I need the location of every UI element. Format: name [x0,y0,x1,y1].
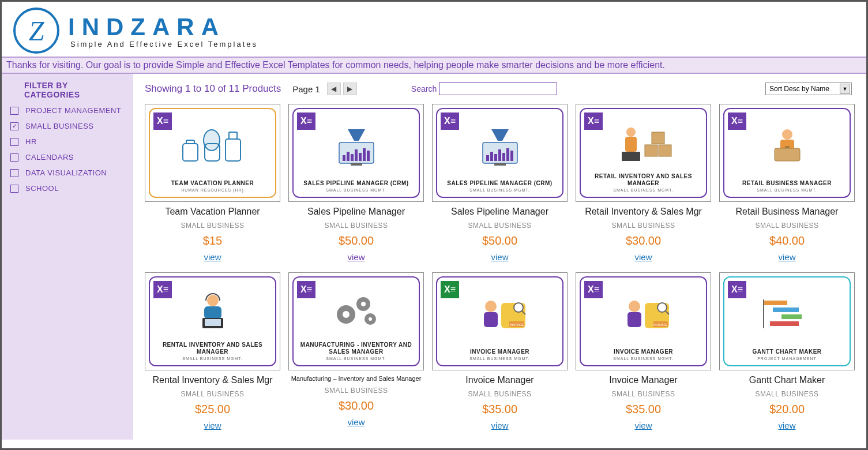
product-thumbnail[interactable]: X≡MANUFACTURING - INVENTORY AND SALES MA… [288,272,424,370]
view-link[interactable]: view [634,252,652,262]
thumbnail-art [442,112,558,180]
filter-item[interactable]: ✓SMALL BUSINESS [10,122,125,130]
filter-item[interactable]: HR [10,137,125,146]
svg-rect-19 [486,155,489,161]
product-category: SMALL BUSINESS [756,390,819,398]
view-link[interactable]: view [347,417,365,427]
page-label: Page 1 [292,84,320,94]
product-title: Invoice Manager [465,375,533,385]
svg-rect-63 [781,314,802,319]
svg-rect-31 [659,145,671,156]
thumbnail-art [585,112,701,173]
checkbox-icon [10,169,18,177]
thumbnail-art [729,112,845,180]
filter-label: HR [25,137,37,146]
product-title: Sales Pipeline Manager [307,207,405,217]
thumbnail-art [155,281,270,342]
svg-rect-1 [186,140,194,144]
logo-icon: Z [13,7,59,54]
checkbox-icon [10,107,18,115]
thumbnail-subtitle: SMALL BUSINESS MGMT. [757,188,817,192]
product-card: X≡MANUFACTURING - INVENTORY AND SALES MA… [288,272,424,430]
product-thumbnail[interactable]: X≡RETAIL INVENTORY AND SALES MANAGERSMAL… [576,104,711,202]
thumbnail-title: RETAIL INVENTORY AND SALES MANAGER [585,173,701,187]
excel-badge-icon: X≡ [584,281,603,298]
thumbnail-title: GANTT CHART MAKER [752,348,821,355]
view-link[interactable]: view [778,252,795,262]
checkbox-icon [10,138,18,146]
filter-item[interactable]: PROJECT MANAGEMENT [10,106,125,115]
product-category: SMALL BUSINESS [612,222,675,230]
excel-badge-icon: X≡ [297,281,315,298]
filter-item[interactable]: SCHOOL [10,184,125,193]
thumbnail-art: INVOICE [442,281,558,348]
thumbnail-subtitle: PROJECT MANAGEMENT [757,357,817,361]
svg-rect-29 [622,152,640,161]
svg-rect-3 [226,139,241,161]
thumbnail-title: TEAM VACATION PLANNER [171,180,254,187]
svg-rect-22 [498,149,501,161]
svg-point-42 [343,311,350,318]
search-input[interactable] [439,82,557,95]
product-thumbnail[interactable]: X≡INVOICEINVOICE MANAGERSMALL BUSINESS M… [432,272,568,370]
svg-rect-32 [652,132,664,144]
svg-point-27 [626,127,636,137]
main-area: Showing 1 to 10 of 11 Products Page 1 ◀ … [133,74,866,440]
next-page-button[interactable]: ▶ [343,82,357,95]
svg-text:INVOICE: INVOICE [509,323,524,327]
product-price: $40.00 [769,234,805,247]
product-price: $25.00 [195,403,230,416]
product-thumbnail[interactable]: X≡TEAM VACATION PLANNERHUMAN RESOURCES (… [145,104,280,202]
product-thumbnail[interactable]: X≡SALES PIPELINE MANAGER (CRM)SMALL BUSI… [432,104,568,202]
thumbnail-subtitle: SMALL BUSINESS MGMT. [469,357,530,361]
view-link[interactable]: view [778,421,795,430]
filter-label: CALENDARS [25,153,74,162]
view-link[interactable]: view [491,252,508,262]
filter-label: SMALL BUSINESS [25,122,94,130]
svg-rect-20 [490,152,493,161]
product-thumbnail[interactable]: X≡INVOICEINVOICE MANAGERSMALL BUSINESS M… [576,272,711,370]
view-link[interactable]: view [491,421,508,430]
product-category: SMALL BUSINESS [468,390,532,398]
filter-item[interactable]: CALENDARS [10,153,125,162]
thumbnail-title: INVOICE MANAGER [614,348,673,355]
view-link[interactable]: view [204,252,221,262]
product-title: Retail Inventory & Sales Mgr [585,207,702,217]
checkbox-icon: ✓ [10,122,18,130]
excel-badge-icon: X≡ [153,112,172,130]
thumbnail-art [155,112,270,180]
excel-badge-icon: X≡ [728,112,746,130]
svg-rect-25 [510,151,513,161]
sort-dropdown[interactable]: Sort Desc by Name ▼ [765,82,852,95]
svg-point-33 [782,129,792,140]
svg-rect-21 [494,154,497,161]
thumbnail-title: SALES PIPELINE MANAGER (CRM) [303,180,408,187]
svg-rect-11 [351,154,354,161]
prev-page-button[interactable]: ◀ [327,82,341,95]
thumbnail-title: RETAIL BUSINESS MANAGER [742,180,832,187]
view-link[interactable]: view [347,252,365,262]
header: Z INDZARA Simple And Effective Excel Tem… [2,2,866,57]
svg-rect-48 [484,312,498,327]
product-card: X≡SALES PIPELINE MANAGER (CRM)SMALL BUSI… [288,104,424,262]
svg-rect-23 [502,153,505,161]
product-thumbnail[interactable]: X≡SALES PIPELINE MANAGER (CRM)SMALL BUSI… [288,104,424,202]
thumbnail-art [298,281,414,342]
product-thumbnail[interactable]: X≡RETAIL BUSINESS MANAGERSMALL BUSINESS … [719,104,855,202]
product-price: $20.00 [769,403,805,416]
excel-badge-icon: X≡ [441,281,459,298]
thumbnail-art [729,281,845,348]
svg-rect-15 [367,151,370,161]
svg-rect-38 [204,306,221,319]
product-category: SMALL BUSINESS [325,387,388,395]
product-thumbnail[interactable]: X≡GANTT CHART MAKERPROJECT MANAGEMENT [719,272,855,370]
product-category: SMALL BUSINESS [181,222,245,230]
logo-text: INDZARA Simple And Effective Excel Templ… [68,13,258,48]
view-link[interactable]: view [634,421,652,430]
product-thumbnail[interactable]: X≡RENTAL INVENTORY AND SALES MANAGERSMAL… [145,272,280,370]
product-card: X≡SALES PIPELINE MANAGER (CRM)SMALL BUSI… [432,104,568,262]
product-price: $35.00 [482,403,517,416]
filter-item[interactable]: DATA VISUALIZATION [10,168,125,177]
view-link[interactable]: view [204,421,221,430]
svg-rect-61 [764,301,787,305]
